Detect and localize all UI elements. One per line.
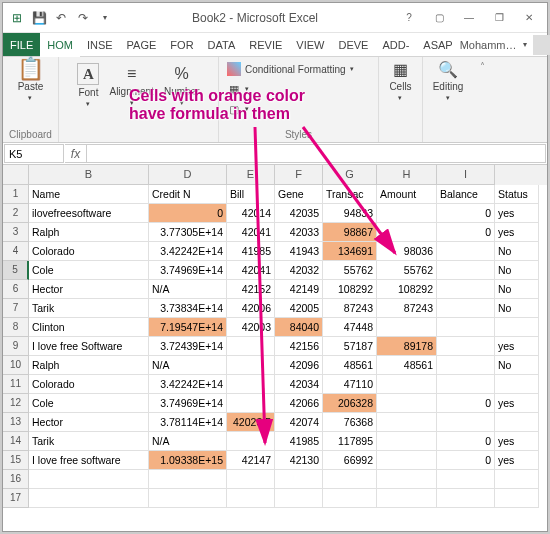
column-title[interactable]: Gene [275,185,323,204]
cell[interactable] [437,280,495,299]
cell[interactable]: Cole [29,394,149,413]
cell[interactable] [377,318,437,337]
col-header[interactable]: E [227,165,275,185]
cell[interactable] [495,413,539,432]
cell[interactable]: 48561 [377,356,437,375]
cell[interactable]: 0 [437,451,495,470]
cell[interactable]: 89178 [377,337,437,356]
cells-button[interactable]: ▦ Cells ▾ [389,59,411,102]
cell[interactable]: 42005 [275,299,323,318]
cell[interactable]: 41985 [275,432,323,451]
cell[interactable]: 47448 [323,318,377,337]
cell[interactable]: 42066 [275,394,323,413]
row-header[interactable]: 3 [3,223,29,242]
alignment-launcher[interactable]: ≡ Alignment ▾ [109,63,153,108]
cell[interactable] [227,394,275,413]
cell[interactable]: 42032 [275,261,323,280]
cell[interactable] [323,470,377,489]
row-header[interactable]: 5 [3,261,29,280]
cell[interactable]: 48561 [323,356,377,375]
cell[interactable]: 42152 [227,280,275,299]
cell[interactable]: 57187 [323,337,377,356]
cell[interactable]: 42041 [227,223,275,242]
cell[interactable] [437,413,495,432]
cell[interactable] [437,470,495,489]
minimize-icon[interactable]: — [455,8,483,28]
spreadsheet-grid[interactable]: B D E F G H I 1234567891011121314151617 … [3,165,547,531]
cell[interactable]: 108292 [377,280,437,299]
cell[interactable] [227,356,275,375]
cell[interactable]: Tarik [29,299,149,318]
col-header[interactable]: D [149,165,227,185]
collapse-ribbon-icon[interactable]: ˄ [473,57,491,142]
cell[interactable]: 108292 [323,280,377,299]
cell[interactable]: 98867 [323,223,377,242]
tab-review[interactable]: REVIE [242,33,289,56]
cell[interactable] [437,299,495,318]
fx-icon[interactable]: fx [65,144,87,163]
row-header[interactable]: 10 [3,356,29,375]
redo-icon[interactable]: ↷ [73,8,93,28]
row-header[interactable]: 11 [3,375,29,394]
cell[interactable]: 84040 [275,318,323,337]
cell[interactable]: Ralph [29,356,149,375]
cell[interactable]: 42034 [275,375,323,394]
col-header[interactable]: B [29,165,149,185]
cell[interactable] [227,470,275,489]
cell[interactable]: 87243 [323,299,377,318]
paste-button[interactable]: 📋 Paste ▾ [18,59,44,102]
save-icon[interactable]: 💾 [29,8,49,28]
cell[interactable]: 42074 [275,413,323,432]
excel-icon[interactable]: ⊞ [7,8,27,28]
cell[interactable]: 3.73834E+14 [149,299,227,318]
row-header[interactable]: 2 [3,204,29,223]
tab-formulas[interactable]: FOR [163,33,200,56]
row-header[interactable]: 6 [3,280,29,299]
column-title[interactable]: Transac [323,185,377,204]
cell[interactable]: 3.77305E+14 [149,223,227,242]
row-header[interactable]: 1 [3,185,29,204]
qat-more-icon[interactable]: ▾ [95,8,115,28]
cell[interactable]: 42033 [275,223,323,242]
cell[interactable]: N/A [149,356,227,375]
cell[interactable]: 41985 [227,242,275,261]
column-title[interactable]: Name [29,185,149,204]
cell[interactable] [29,489,149,508]
cell[interactable]: 206328 [323,394,377,413]
cell[interactable] [437,356,495,375]
cell-styles-button[interactable]: ▢ ▾ [225,99,251,119]
cell[interactable] [495,470,539,489]
cell[interactable]: yes [495,432,539,451]
cell[interactable]: 94833 [323,204,377,223]
row-header[interactable]: 14 [3,432,29,451]
cell[interactable]: 117895 [323,432,377,451]
cell[interactable]: 42006 [227,299,275,318]
cell[interactable] [495,375,539,394]
cell[interactable]: 3.78114E+14 [149,413,227,432]
cell[interactable]: Tarik [29,432,149,451]
cell[interactable]: No [495,280,539,299]
cell[interactable] [377,451,437,470]
name-box[interactable] [4,144,64,163]
cell[interactable]: 76368 [323,413,377,432]
close-icon[interactable]: ✕ [515,8,543,28]
row-header[interactable]: 4 [3,242,29,261]
cell[interactable]: No [495,299,539,318]
cell[interactable]: 0 [437,204,495,223]
col-header[interactable]: G [323,165,377,185]
cell[interactable] [149,470,227,489]
row-header[interactable]: 16 [3,470,29,489]
column-title[interactable]: Amount [377,185,437,204]
tab-asap[interactable]: ASAP [416,33,459,56]
column-title[interactable]: Status [495,185,539,204]
cell[interactable]: No [495,242,539,261]
cell[interactable]: 3.42242E+14 [149,242,227,261]
cell[interactable]: 42096 [275,356,323,375]
tab-file[interactable]: FILE [3,33,40,56]
restore-icon[interactable]: ❐ [485,8,513,28]
conditional-formatting-button[interactable]: Conditional Formatting ▾ [225,59,356,79]
cell[interactable]: 0 [437,223,495,242]
cell[interactable]: 42035 [275,204,323,223]
cell[interactable] [377,489,437,508]
col-header[interactable]: H [377,165,437,185]
